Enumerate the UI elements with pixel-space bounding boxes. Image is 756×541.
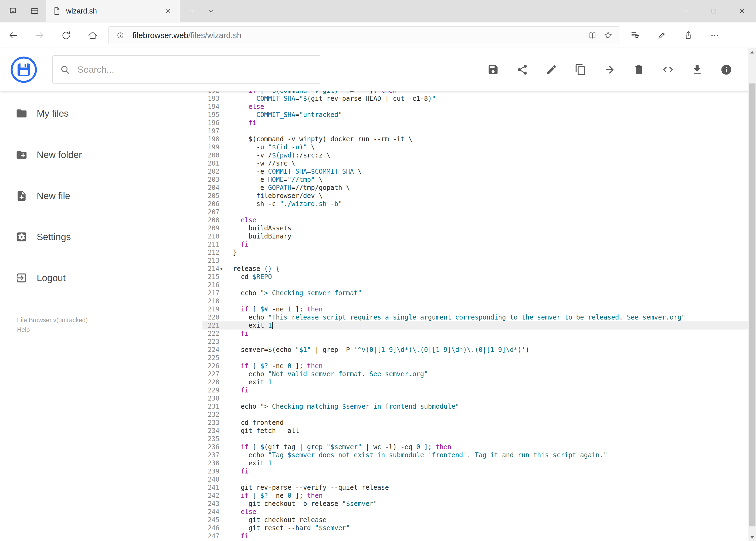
delete-button[interactable] (624, 55, 653, 84)
code-line[interactable]: 231 echo "> Checking matching $semver in… (202, 402, 756, 410)
forward-icon[interactable] (26, 22, 53, 48)
code-line[interactable]: 219 if [ $# -ne 1 ]; then (202, 305, 756, 313)
code-line[interactable]: 237 echo "Tag $semver does not exist in … (202, 451, 756, 459)
code-line[interactable]: 227 echo "Not valid semver format. See s… (202, 370, 756, 378)
save-button[interactable] (479, 55, 508, 84)
code-line[interactable]: 202 -e COMMIT_SHA=$COMMIT_SHA \ (202, 168, 756, 176)
hub-favorites-icon[interactable] (622, 22, 648, 48)
sidebar-item-new-folder[interactable]: New folder (0, 134, 202, 175)
code-line[interactable]: 229 fi (202, 386, 756, 394)
code-line[interactable]: 196 fi (202, 119, 756, 127)
more-menu-icon[interactable] (701, 22, 728, 48)
code-line[interactable]: 246 git reset --hard "$semver" (202, 524, 756, 532)
code-line[interactable]: 205 filebrowser/dev \ (202, 192, 756, 200)
tab-preview-chevron-icon[interactable] (203, 0, 219, 22)
code-line[interactable]: 195 COMMIT_SHA="untracked" (202, 111, 756, 119)
tab-close-icon[interactable] (162, 5, 174, 17)
browser-tab[interactable]: wizard.sh (46, 0, 180, 22)
code-line[interactable]: 234 git fetch --all (202, 427, 756, 435)
code-line[interactable]: 216 (202, 281, 756, 289)
code-line[interactable]: 244 else (202, 508, 756, 516)
page-scrollbar[interactable] (748, 48, 756, 541)
code-line[interactable]: 209 buildAssets (202, 224, 756, 232)
code-line[interactable]: 192 if [ "$(command -v git)" != "" ]; th… (202, 91, 756, 95)
code-line[interactable]: 210 buildBinary (202, 232, 756, 241)
code-line[interactable]: 238 exit 1 (202, 459, 756, 467)
code-line[interactable]: 208 else (202, 216, 756, 224)
code-line[interactable]: 194 else (202, 103, 756, 111)
web-note-pen-icon[interactable] (648, 22, 675, 48)
code-line[interactable]: 235 (202, 435, 756, 443)
code-line[interactable]: 197 (202, 127, 756, 135)
code-line[interactable]: 223 (202, 337, 756, 346)
maximize-button[interactable] (700, 0, 728, 22)
code-editor[interactable]: 192 if [ "$(command -v git)" != "" ]; th… (202, 91, 756, 541)
move-button[interactable] (595, 55, 624, 84)
sidebar-item-logout[interactable]: Logout (0, 258, 202, 298)
copy-button[interactable] (566, 55, 595, 84)
code-line[interactable]: 245 git checkout release (202, 516, 756, 524)
code-line[interactable]: 199 -u "$(id -u)" \ (202, 143, 756, 151)
code-line[interactable]: 236 if [ $(git tag | grep "$semver" | wc… (202, 443, 756, 451)
code-line[interactable]: 221 exit 1 (202, 321, 756, 329)
code-line[interactable]: 193 COMMIT_SHA="$(git rev-parse HEAD | c… (202, 95, 756, 103)
code-line[interactable]: 232 (202, 410, 756, 419)
code-line[interactable]: 203 -e HOME="//tmp" \ (202, 176, 756, 184)
code-line[interactable]: 233 cd frontend (202, 419, 756, 427)
back-icon[interactable] (0, 22, 26, 48)
code-line[interactable]: 207 (202, 208, 756, 216)
home-icon[interactable] (79, 22, 106, 48)
code-line[interactable]: 212} (202, 249, 756, 257)
code-line[interactable]: 242 if [ $? -ne 0 ]; then (202, 492, 756, 500)
url-field[interactable]: filebrowser.web/files/wizard.sh (109, 26, 620, 44)
code-line[interactable]: 198 $(command -v winpty) docker run --rm… (202, 135, 756, 143)
code-line[interactable]: 213 (202, 257, 756, 265)
new-tab-button[interactable] (184, 0, 200, 22)
reading-view-icon[interactable] (585, 28, 600, 43)
sidebar-item-settings[interactable]: Settings (0, 216, 202, 258)
favorite-star-icon[interactable] (600, 28, 616, 43)
code-line[interactable]: 243 git checkout -b release "$semver" (202, 500, 756, 508)
info-button[interactable] (712, 55, 741, 84)
code-line[interactable]: 204 -e GOPATH=//tmp/gopath \ (202, 184, 756, 192)
code-line[interactable]: 217 echo "> Checking semver format" (202, 289, 756, 297)
code-line[interactable]: 225 (202, 354, 756, 362)
code-line[interactable]: 206 sh -c "./wizard.sh -b" (202, 200, 756, 208)
edit-button[interactable] (537, 55, 566, 84)
code-line[interactable]: 228 exit 1 (202, 378, 756, 386)
code-line[interactable]: 247 fi (202, 532, 756, 540)
download-button[interactable] (682, 55, 712, 84)
code-line[interactable]: 239 fi (202, 467, 756, 475)
scroll-up-icon[interactable] (748, 48, 756, 56)
code-view-button[interactable] (653, 55, 682, 84)
code-line[interactable]: 214▾release () { (202, 265, 756, 273)
sidebar-item-my-files[interactable]: My files (0, 93, 202, 134)
minimize-button[interactable] (672, 0, 700, 22)
help-link[interactable]: Help (17, 325, 202, 335)
code-line[interactable]: 230 (202, 394, 756, 402)
share-page-icon[interactable] (675, 22, 701, 48)
site-info-icon[interactable] (113, 28, 128, 43)
code-line[interactable]: 222 fi (202, 329, 756, 337)
code-line[interactable]: 218 (202, 297, 756, 305)
code-line[interactable]: 220 echo "This release script requires a… (202, 313, 756, 321)
share-button[interactable] (508, 55, 537, 84)
filebrowser-logo[interactable] (10, 56, 37, 83)
code-line[interactable]: 200 -v /$(pwd):/src:z \ (202, 151, 756, 159)
code-line[interactable]: 215 cd $REPO (202, 273, 756, 281)
tab-preview-icon[interactable] (27, 4, 42, 19)
code-line[interactable]: 241 git rev-parse --verify --quiet relea… (202, 483, 756, 492)
sidebar-item-new-file[interactable]: New file (0, 175, 202, 216)
code-line[interactable]: 211 fi (202, 241, 756, 249)
refresh-icon[interactable] (53, 22, 79, 48)
search-input[interactable] (77, 64, 299, 75)
set-tabs-aside-icon[interactable] (5, 4, 20, 19)
code-line[interactable]: 224 semver=$(echo "$1" | grep -P '^v(0|[… (202, 346, 756, 354)
close-button[interactable] (728, 0, 756, 22)
code-line[interactable]: 226 if [ $? -ne 0 ]; then (202, 362, 756, 370)
code-line[interactable]: 201 -w //src \ (202, 159, 756, 168)
fold-marker-icon[interactable]: ▾ (220, 265, 223, 273)
scroll-down-icon[interactable] (748, 533, 756, 541)
scrollbar-thumb[interactable] (749, 84, 755, 526)
search-box[interactable] (52, 55, 321, 84)
